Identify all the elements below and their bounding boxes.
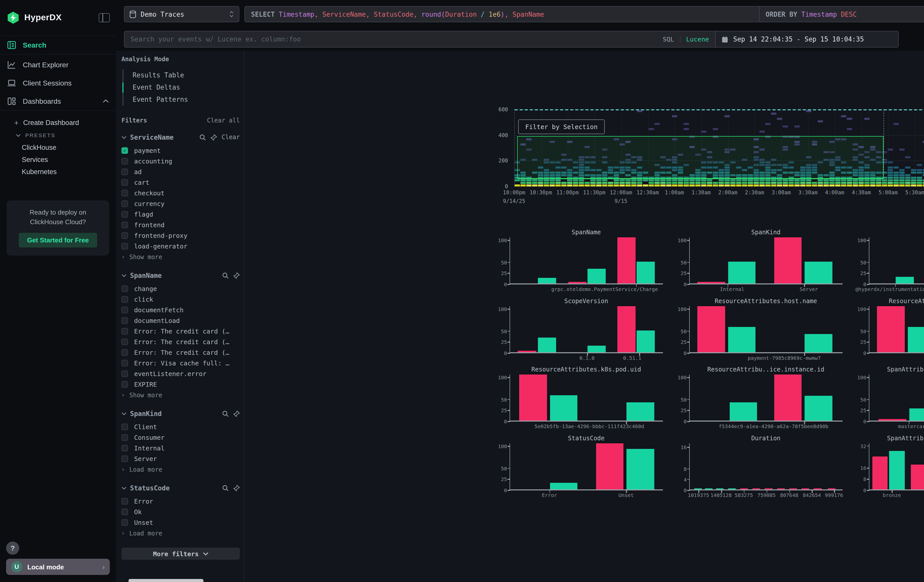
local-mode-button[interactable]: U Local mode ›: [6, 559, 110, 575]
checkbox-unchecked[interactable]: [121, 445, 128, 452]
filter-option-EXPIRE[interactable]: EXPIRE: [121, 379, 240, 390]
pin-icon[interactable]: [233, 485, 240, 491]
checkbox-unchecked[interactable]: [121, 317, 128, 324]
checkbox-unchecked[interactable]: [121, 307, 128, 313]
orderby-input[interactable]: ORDER BY Timestamp DESC: [759, 6, 924, 22]
presets-toggle[interactable]: PRESETS: [0, 129, 116, 141]
checkbox-checked[interactable]: ✓: [121, 147, 128, 154]
filter-option-Internal[interactable]: Internal: [121, 443, 240, 453]
filter-group-header-ServiceName[interactable]: ServiceNameClear: [121, 133, 240, 142]
checkbox-unchecked[interactable]: [121, 211, 128, 218]
filter-option-payment[interactable]: ✓payment: [121, 145, 240, 156]
filter-option-checkout[interactable]: checkout: [121, 188, 240, 198]
sql-toggle[interactable]: SQL: [663, 35, 674, 43]
checkbox-unchecked[interactable]: [121, 158, 128, 165]
filter-group-header-StatusCode[interactable]: StatusCode: [121, 483, 240, 493]
sidebar-collapse-icon[interactable]: [99, 13, 110, 22]
help-button[interactable]: ?: [6, 541, 19, 555]
checkbox-unchecked[interactable]: [121, 179, 128, 186]
checkbox-unchecked[interactable]: [121, 424, 128, 430]
filter-option-Error: Visa cache full: …[interactable]: Error: Visa cache full: …: [121, 358, 240, 368]
filter-option-frontend-proxy[interactable]: frontend-proxy: [121, 230, 240, 241]
preset-kubernetes[interactable]: Kubernetes: [0, 165, 116, 178]
checkbox-unchecked[interactable]: [121, 285, 128, 292]
filter-by-selection-button[interactable]: Filter by Selection: [518, 119, 605, 134]
search-input[interactable]: Search your events w/ Lucene ex. column:…: [124, 31, 722, 48]
filter-option-flagd[interactable]: flagd: [121, 209, 240, 220]
filter-group-show-more[interactable]: ›Show more: [121, 252, 240, 262]
checkbox-unchecked[interactable]: [121, 243, 128, 249]
get-started-button[interactable]: Get Started for Free: [19, 233, 97, 247]
search-icon[interactable]: [222, 272, 229, 279]
filter-option-Ok[interactable]: Ok: [121, 506, 240, 517]
filter-option-eventListener.error[interactable]: eventListener.error: [121, 368, 240, 379]
checkbox-unchecked[interactable]: [121, 349, 128, 356]
preset-services[interactable]: Services: [0, 153, 116, 165]
create-dashboard-button[interactable]: + Create Dashboard: [0, 116, 116, 129]
filter-option-documentLoad[interactable]: documentLoad: [121, 315, 240, 326]
filter-group-header-SpanName[interactable]: SpanName: [121, 271, 240, 280]
filter-group-load-more[interactable]: ›Load more: [121, 464, 240, 475]
filter-option-ad[interactable]: ad: [121, 167, 240, 177]
checkbox-unchecked[interactable]: [121, 360, 128, 366]
analysis-results-table[interactable]: Results Table: [124, 69, 240, 81]
bar-r: [789, 488, 797, 490]
filter-option-Consumer[interactable]: Consumer: [121, 432, 240, 443]
heatmap-selection-box[interactable]: [517, 136, 883, 179]
sidebar-item-dashboards[interactable]: Dashboards: [0, 92, 116, 111]
filter-option-documentFetch[interactable]: documentFetch: [121, 305, 240, 315]
select-query-input[interactable]: SELECT Timestamp, ServiceName, StatusCod…: [244, 6, 766, 22]
filter-group-header-SpanKind[interactable]: SpanKind: [121, 409, 240, 418]
filter-group-show-more[interactable]: ›Show more: [121, 390, 240, 400]
clear-all-button[interactable]: Clear all: [207, 117, 240, 124]
pin-icon[interactable]: [211, 134, 217, 140]
filter-option-click[interactable]: click: [121, 294, 240, 305]
checkbox-unchecked[interactable]: [121, 296, 128, 303]
analysis-event-patterns[interactable]: Event Patterns: [124, 94, 240, 106]
sidebar-item-client-sessions[interactable]: Client Sessions: [0, 74, 116, 92]
filter-option-Unset[interactable]: Unset: [121, 517, 240, 528]
filter-option-change[interactable]: change: [121, 284, 240, 294]
checkbox-unchecked[interactable]: [121, 498, 128, 505]
checkbox-unchecked[interactable]: [121, 381, 128, 387]
checkbox-unchecked[interactable]: [121, 190, 128, 196]
checkbox-unchecked[interactable]: [121, 328, 128, 335]
search-icon[interactable]: [222, 410, 229, 417]
pin-icon[interactable]: [233, 410, 240, 417]
checkbox-unchecked[interactable]: [121, 222, 128, 228]
date-range-picker[interactable]: Sep 14 22:04:35 - Sep 15 10:04:35: [715, 31, 899, 48]
sidebar-item-chart-explorer[interactable]: Chart Explorer: [0, 56, 116, 74]
filter-group-clear-button[interactable]: Clear: [222, 134, 240, 141]
filter-option-accounting[interactable]: accounting: [121, 156, 240, 167]
checkbox-unchecked[interactable]: [121, 434, 128, 441]
query-language-toggle[interactable]: SQL | Lucene: [663, 35, 715, 43]
sidebar-item-search[interactable]: Search: [0, 36, 116, 54]
analysis-event-deltas[interactable]: Event Deltas: [124, 81, 240, 94]
search-icon[interactable]: [222, 485, 229, 491]
filter-option-Error: The credit card (…[interactable]: Error: The credit card (…: [121, 326, 240, 336]
search-icon[interactable]: [200, 134, 206, 140]
filter-option-Error[interactable]: Error: [121, 496, 240, 506]
checkbox-unchecked[interactable]: [121, 455, 128, 462]
filter-option-frontend[interactable]: frontend: [121, 220, 240, 230]
more-filters-button[interactable]: More filters: [121, 547, 240, 560]
filter-option-Error: The credit card (…[interactable]: Error: The credit card (…: [121, 347, 240, 358]
filter-option-Client[interactable]: Client: [121, 422, 240, 432]
source-select[interactable]: Demo Traces: [124, 6, 239, 22]
filter-option-Error: The credit card (…[interactable]: Error: The credit card (…: [121, 336, 240, 347]
checkbox-unchecked[interactable]: [121, 200, 128, 207]
checkbox-unchecked[interactable]: [121, 519, 128, 526]
filter-option-load-generator[interactable]: load-generator: [121, 241, 240, 252]
preset-clickhouse[interactable]: ClickHouse: [0, 141, 116, 153]
checkbox-unchecked[interactable]: [121, 168, 128, 175]
filter-option-currency[interactable]: currency: [121, 198, 240, 209]
pin-icon[interactable]: [233, 272, 240, 279]
checkbox-unchecked[interactable]: [121, 338, 128, 345]
filter-option-Server[interactable]: Server: [121, 453, 240, 464]
lucene-toggle[interactable]: Lucene: [686, 35, 709, 43]
filter-group-load-more[interactable]: ›Load more: [121, 528, 240, 539]
checkbox-unchecked[interactable]: [121, 371, 128, 377]
checkbox-unchecked[interactable]: [121, 509, 128, 515]
filter-option-cart[interactable]: cart: [121, 177, 240, 188]
checkbox-unchecked[interactable]: [121, 232, 128, 239]
